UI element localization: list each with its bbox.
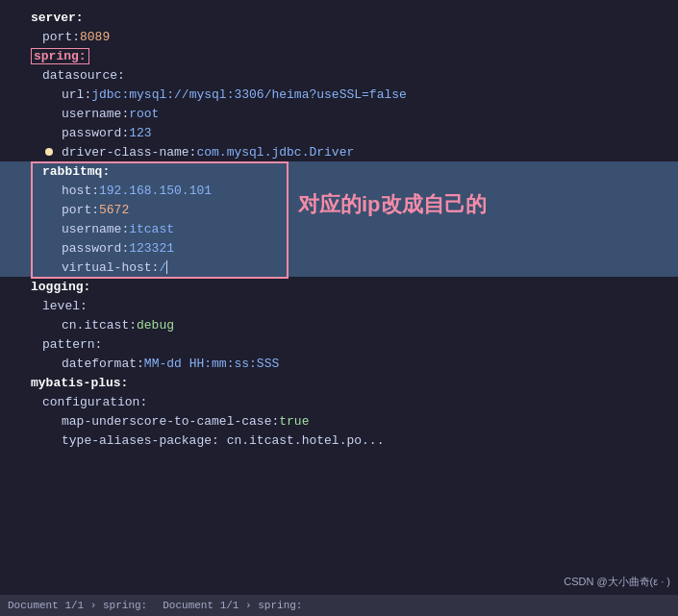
annotation-text: 对应的ip改成自己的 (298, 190, 487, 219)
warning-dot (45, 148, 53, 156)
line-text: datasource: (42, 68, 125, 83)
line-rabbitmq-password: password: 123321 (0, 238, 678, 258)
bottom-bar: Document 1/1 › spring: Document 1/1 › sp… (0, 595, 678, 616)
line-level: level: (0, 296, 678, 315)
line-server: server: (0, 8, 678, 27)
line-rabbitmq: rabbitmq: (0, 161, 678, 181)
line-rabbitmq-username: username: itcast (0, 219, 678, 238)
line-dateformat: dateformat: MM-dd HH:mm:ss:SSS (0, 354, 678, 373)
doc-count: Document 1/1 › spring: (8, 600, 147, 611)
line-text: port: (42, 30, 80, 44)
line-pattern: pattern: (0, 334, 678, 354)
line-cn-itcast: cn.itcast: debug (0, 315, 678, 334)
gutter-driver (42, 148, 56, 156)
line-url: url: jdbc:mysql://mysql:3306/heima?useSS… (0, 85, 678, 104)
breadcrumb-path: Document 1/1 › spring: (163, 600, 302, 611)
line-logging: logging: (0, 277, 678, 296)
line-port: port: 8089 (0, 27, 678, 46)
line-map-underscore: map-underscore-to-camel-case: true (0, 411, 678, 431)
watermark: CSDN @大小曲奇(ε · ) (564, 575, 670, 589)
line-text: server: (31, 11, 84, 25)
editor-area: server: port: 8089 spring: datasource: u… (0, 0, 678, 616)
line-configuration: configuration: (0, 392, 678, 411)
line-password: password: 123 (0, 123, 678, 142)
spring-label: spring: (31, 48, 89, 64)
line-datasource: datasource: (0, 65, 678, 85)
line-username: username: root (0, 104, 678, 123)
text-cursor (166, 260, 167, 274)
line-type-aliases: type-aliases-package: cn.itcast.hotel.po… (0, 431, 678, 450)
rabbitmq-section: 对应的ip改成自己的 rabbitmq: host: 192.168.150.1… (0, 161, 678, 277)
line-mybatis: mybatis-plus: (0, 373, 678, 392)
line-driver: driver-class-name: com.mysql.jdbc.Driver (0, 142, 678, 161)
line-virtual-host: virtual-host: / (0, 258, 678, 277)
line-spring: spring: (0, 46, 678, 65)
